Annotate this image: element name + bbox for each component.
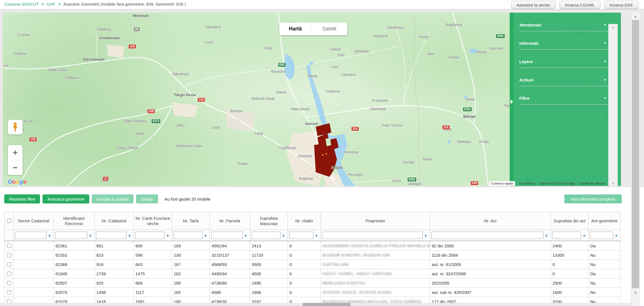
filter-cell: x	[321, 230, 430, 241]
filter-input[interactable]	[289, 232, 313, 239]
panel-separator	[519, 31, 608, 31]
google-logo-letter: g	[19, 178, 22, 185]
page-scrollbar[interactable]: ▲ ▼	[631, 13, 640, 306]
panel-separator	[519, 68, 608, 68]
clear-filter-button[interactable]: x	[425, 233, 427, 238]
filter-cell: x	[134, 230, 172, 241]
column-header: Sector Cadastral	[14, 212, 54, 230]
row-checkbox[interactable]	[7, 262, 11, 267]
clear-filter-button[interactable]: x	[245, 233, 247, 238]
page-scroll-up-icon[interactable]: ▲	[631, 14, 640, 18]
panel-section-actiuni[interactable]: Actiuni▼	[519, 77, 608, 92]
google-logo-letter: o	[12, 178, 15, 185]
table-cell: ACASANDREI DOINITA CAMELIA FIRILUS MIHAE…	[321, 241, 430, 250]
table-cell: BUZDUR DUMITRU, BUZDUR ION	[321, 250, 430, 260]
panel-collapse-handle[interactable]	[511, 99, 513, 104]
view-full-info-button[interactable]: Vezi informatii complete	[564, 194, 622, 203]
horizontal-scrollbar[interactable]	[0, 303, 631, 306]
table-cell: 2413	[250, 241, 288, 250]
filter-input[interactable]	[96, 232, 126, 239]
filter-input[interactable]	[135, 232, 165, 239]
row-checkbox[interactable]	[7, 290, 11, 294]
row-checkbox[interactable]	[7, 281, 11, 285]
clear-filter-button[interactable]: x	[315, 233, 317, 238]
geometry-dot	[325, 153, 327, 155]
filter-cell: x	[430, 230, 551, 241]
table-cell: 4581/84	[210, 241, 250, 250]
filter-input[interactable]	[15, 232, 46, 239]
panel-section-layere[interactable]: Layere▼	[519, 59, 608, 74]
delete-button[interactable]: Sterge	[136, 194, 158, 203]
filter-input[interactable]	[173, 232, 202, 239]
map-type-harta[interactable]: Hartă	[279, 23, 311, 35]
filter-row: xxxxxxxxxxxx	[5, 230, 621, 241]
include-in-project-button[interactable]: Include in proiect	[92, 194, 133, 203]
table-cell: 165	[172, 288, 210, 297]
map-data-copyright: Date hartă ©2023 Google	[540, 182, 575, 185]
terms-link[interactable]: Condiții de utilizare	[579, 182, 605, 185]
filter-input[interactable]	[322, 232, 423, 239]
results-table-wrap: Sector CadastralIdentificator Electronic…	[4, 212, 620, 306]
filter-input[interactable]	[431, 232, 543, 239]
clear-filter-button[interactable]: x	[282, 233, 284, 238]
panel-section-informatii[interactable]: Informatii▼	[519, 41, 608, 56]
table-cell: 0	[288, 250, 321, 260]
clear-filter-button[interactable]: x	[545, 233, 547, 238]
row-checkbox[interactable]	[7, 244, 11, 248]
table-cell: 1116 din 2004	[430, 250, 551, 260]
panel-section-title: Atentionari	[519, 23, 542, 27]
panel-scroll-up-icon[interactable]: ▲	[609, 25, 618, 29]
keyboard-shortcuts-link[interactable]: Comenzi rapide	[489, 181, 515, 186]
panel-section-atentionari[interactable]: Atentionari▼	[519, 23, 608, 37]
filter-input[interactable]	[590, 232, 613, 239]
page-scroll-down-icon[interactable]: ▼	[631, 291, 640, 295]
pegman-control[interactable]	[8, 120, 23, 134]
clear-filter-button[interactable]: x	[615, 233, 617, 238]
zoom-out-button[interactable]: −	[8, 160, 23, 175]
row-checkbox[interactable]	[7, 253, 11, 257]
filter-checkbox-cell	[5, 230, 14, 241]
filter-input[interactable]	[55, 232, 87, 239]
table-cell: 4580	[210, 288, 250, 297]
clear-filter-button[interactable]: x	[167, 233, 169, 238]
page-scrollbar-thumb[interactable]	[632, 20, 639, 288]
panel-scrollbar[interactable]: ▲ ▼	[608, 24, 618, 186]
table-cell: ISTRATE VASILE, ISTRATE ELENA	[321, 288, 430, 297]
breadcrumb-dxf-link[interactable]: DXF	[47, 2, 55, 6]
associate-geometry-button[interactable]: Asociaza geometrie	[43, 194, 89, 203]
breadcrumb-comuna-link[interactable]: Comuna SASCUT	[5, 2, 39, 6]
column-header: Nr. Carte Funciara Veche	[134, 212, 172, 230]
reset-filters-button[interactable]: Resetare filtre	[4, 194, 40, 203]
row-checkbox[interactable]	[7, 272, 11, 276]
filter-input[interactable]	[251, 232, 280, 239]
column-header: Identificator Electronic	[54, 212, 95, 230]
table-cell: 92 din 2005	[430, 241, 551, 250]
table-cell: 881	[95, 241, 134, 250]
table-cell: 2400	[551, 241, 589, 250]
filter-input[interactable]	[211, 232, 243, 239]
clear-filter-button[interactable]: x	[89, 233, 91, 238]
horizontal-scrollbar-thumb[interactable]	[303, 303, 351, 306]
asociere-la-sector-button[interactable]: Asociere la sector	[511, 1, 556, 9]
incarca-cgxml-button[interactable]: Incarca CGXML	[560, 1, 600, 9]
google-logo[interactable]: Google	[8, 178, 26, 185]
map-container[interactable]: MoineştiCoşneaCiobănuşComăneştiSânduleni…	[3, 13, 621, 186]
panel-section-filtre[interactable]: Filtre▼	[519, 96, 608, 110]
table-cell: 4490/34	[210, 269, 250, 278]
panel-scroll-down-icon[interactable]: ▼	[609, 182, 618, 185]
map-type-satelit[interactable]: Satelit	[311, 23, 347, 35]
road-badge: 11	[103, 177, 108, 181]
row-checkbox-cell	[5, 278, 14, 288]
incarca-dxf-button[interactable]: Incarca DXF	[604, 1, 638, 9]
filter-cell: x	[589, 230, 621, 241]
clear-filter-button[interactable]: x	[583, 233, 585, 238]
zoom-in-button[interactable]: +	[8, 145, 23, 160]
filter-input[interactable]	[552, 232, 581, 239]
table-cell: 62369	[54, 260, 95, 269]
clear-filter-button[interactable]: x	[204, 233, 206, 238]
clear-filter-button[interactable]: x	[48, 233, 50, 238]
road-badge: E581	[496, 34, 505, 38]
road-badge: 12A	[129, 45, 136, 48]
clear-filter-button[interactable]: x	[128, 233, 130, 238]
select-all-checkbox[interactable]	[7, 219, 11, 223]
